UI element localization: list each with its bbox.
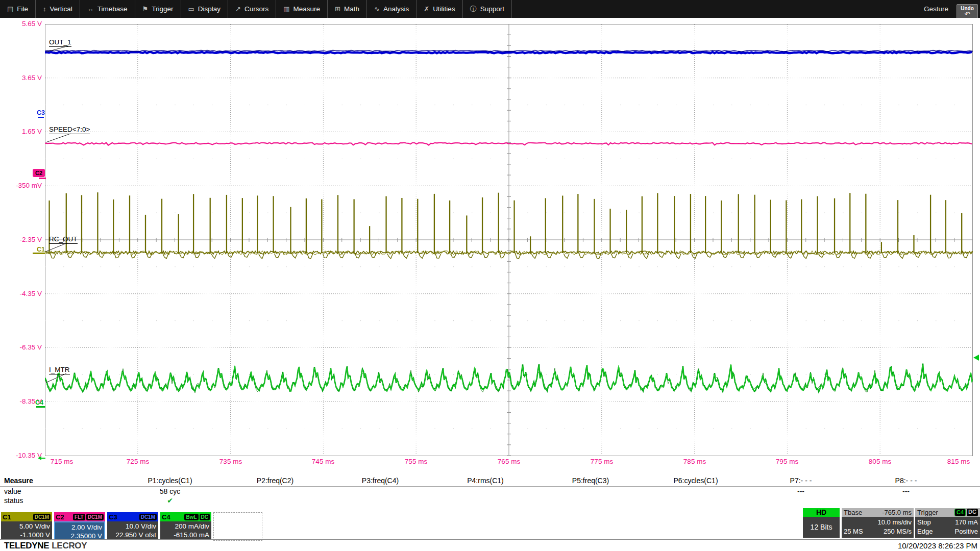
y-axis-label: -4.35 V (0, 290, 42, 298)
timebase-offset: -765.0 ms (882, 509, 912, 516)
menu-trigger[interactable]: ⚑Trigger (135, 0, 181, 18)
c2-offset-tick (39, 178, 46, 179)
timebase-rate: 250 MS/s (884, 527, 912, 536)
menu-measure[interactable]: ▥Measure (276, 0, 328, 18)
vertical-arrows-icon: ↕ (43, 5, 46, 13)
x-axis-label: 755 ms (395, 458, 437, 466)
status-row-label: status (0, 496, 117, 505)
trigger-label: Trigger (917, 509, 938, 516)
p6-value (643, 487, 748, 495)
measure-header-row: Measure P1:cycles(C1) P2:freq(C2) P3:fre… (0, 477, 959, 485)
menu-file[interactable]: ▤File (0, 0, 36, 18)
empty-channel-slot[interactable] (213, 512, 262, 541)
measure-p5-header[interactable]: P5:freq(C3) (538, 477, 643, 485)
menu-support[interactable]: ⓘSupport (463, 0, 512, 18)
c4-offset-tick (36, 406, 45, 408)
channel-box-c2[interactable]: C2 FLTDC1M 2.00 V/div 2.35000 V (54, 512, 105, 540)
brand-teledyne: TELEDYNE (4, 541, 49, 550)
measure-p6-header[interactable]: P6:cycles(C1) (643, 477, 748, 485)
menu-display-label: Display (198, 5, 220, 13)
trace-label-speed: SPEED<7:0> (49, 126, 90, 134)
p2-status (223, 496, 328, 505)
measure-p7-header[interactable]: P7:- - - (748, 477, 853, 485)
menu-analysis-label: Analysis (383, 5, 409, 13)
waveform-canvas[interactable] (45, 24, 973, 457)
channel-box-c4[interactable]: C4 BwLDC 200 mA/div -615.00 mA (160, 512, 211, 540)
p5-status (538, 496, 643, 505)
trigger-position-marker-tail (41, 458, 45, 459)
y-axis-label: -10.35 V (0, 452, 42, 460)
timebase-samples: 25 MS (844, 527, 863, 536)
x-axis-label: 775 ms (580, 458, 623, 466)
y-axis-label: -350 mV (0, 182, 42, 190)
c1-offset-tick (33, 253, 45, 254)
p7-value: --- (748, 487, 853, 495)
cursor-arrow-icon: ↗ (235, 5, 241, 13)
p8-status (853, 496, 959, 505)
c1-offset-marker[interactable]: C1 (37, 246, 45, 253)
menu-vertical[interactable]: ↕Vertical (36, 0, 80, 18)
p4-status (433, 496, 538, 505)
menu-spacer (512, 0, 924, 18)
menu-analysis[interactable]: ∿Analysis (367, 0, 416, 18)
x-axis-label: 765 ms (487, 458, 530, 466)
horizontal-arrows-icon: ↔ (87, 5, 94, 13)
file-icon: ▤ (7, 5, 13, 13)
menu-math-label: Math (344, 5, 359, 13)
menu-timebase[interactable]: ↔Timebase (80, 0, 135, 18)
trace-label-imtr: I_MTR (49, 366, 70, 374)
menu-math[interactable]: ⊞Math (328, 0, 367, 18)
gesture-label: Gesture (924, 0, 953, 18)
c2-scale: 2.00 V/div (56, 523, 102, 532)
c4-offset-marker[interactable]: C4 (35, 399, 43, 406)
x-axis-label: 715 ms (40, 458, 83, 466)
p3-value (328, 487, 433, 495)
c3-offset-marker[interactable]: C3 (37, 109, 45, 116)
y-axis-label: -2.35 V (0, 236, 42, 244)
c3-offset-tick (38, 117, 44, 118)
ruler-icon: ▥ (283, 5, 289, 13)
p1-status-check-icon: ✔ (117, 496, 223, 505)
undo-button[interactable]: Undo ↶ (957, 4, 978, 19)
trigger-slope: Positive (954, 527, 978, 536)
menu-display[interactable]: ▭Display (181, 0, 229, 18)
chart-icon: ∿ (374, 5, 380, 13)
y-axis-label: 3.65 V (0, 74, 42, 82)
c2-offset-marker[interactable]: C2 (33, 169, 45, 177)
menu-trigger-label: Trigger (152, 5, 173, 13)
menu-cursors[interactable]: ↗Cursors (228, 0, 276, 18)
trigger-level: 170 mA (955, 518, 978, 527)
c4-offset: -615.00 mA (161, 531, 209, 539)
oscilloscope-app: ▤File ↕Vertical ↔Timebase ⚑Trigger ▭Disp… (0, 0, 980, 551)
measure-p1-header[interactable]: P1:cycles(C1) (117, 477, 223, 485)
c3-label: C3 (109, 513, 117, 521)
menu-file-label: File (17, 5, 28, 13)
info-icon: ⓘ (470, 5, 477, 14)
timebase-scale: 10.0 ms/div (844, 518, 912, 527)
menu-timebase-label: Timebase (97, 5, 128, 13)
menu-utilities[interactable]: ✗Utilities (416, 0, 462, 18)
c1-scale: 5.00 V/div (2, 522, 50, 531)
flag-icon: ⚑ (142, 5, 149, 13)
c4-bandwidth-badge: BwL (184, 514, 198, 520)
menu-measure-label: Measure (293, 5, 321, 13)
c1-offset: -1.1000 V (2, 531, 50, 539)
trigger-box[interactable]: Trigger C4DC Stop 170 mA Edge Positive (915, 508, 980, 538)
p5-value (538, 487, 643, 495)
measure-value-row: value 58 cyc --- --- (0, 487, 959, 495)
channel-box-c1[interactable]: C1 DC1M 5.00 V/div -1.1000 V (1, 512, 52, 540)
measure-p4-header[interactable]: P4:rms(C1) (433, 477, 538, 485)
undo-arrow-icon: ↶ (957, 12, 977, 17)
measure-p3-header[interactable]: P3:freq(C4) (328, 477, 433, 485)
trigger-source-badge: C4 (954, 509, 966, 516)
p7-status (748, 496, 853, 505)
p6-status (643, 496, 748, 505)
measure-p8-header[interactable]: P8:- - - (853, 477, 959, 485)
brand-lecroy: LECROY (52, 541, 87, 550)
hd-mode-box[interactable]: HD 12 Bits (803, 508, 840, 538)
trigger-level-marker[interactable] (973, 355, 979, 361)
channel-box-c3[interactable]: C3 DC1M 10.0 V/div 22.950 V ofst (107, 512, 158, 540)
timebase-box[interactable]: Tbase -765.0 ms 10.0 ms/div 25 MS 250 MS… (842, 508, 914, 538)
measure-status-row: status ✔ (0, 496, 959, 505)
measure-p2-header[interactable]: P2:freq(C2) (223, 477, 328, 485)
